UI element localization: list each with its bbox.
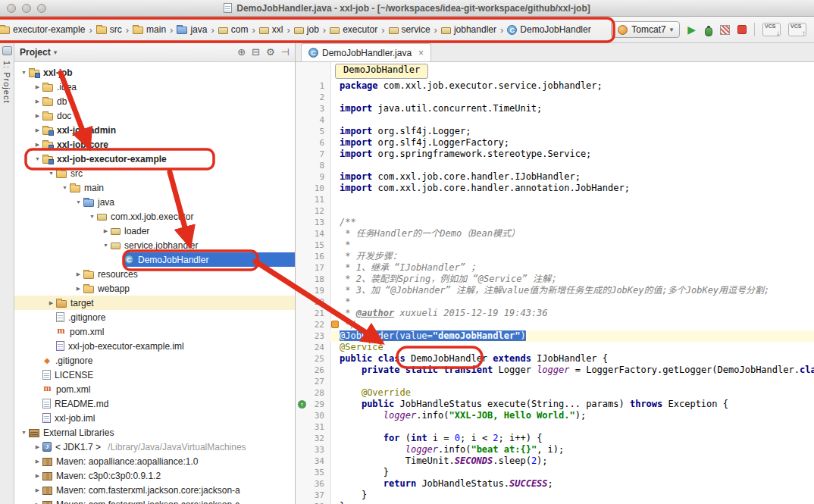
line-number[interactable]: 11: [296, 194, 330, 205]
breadcrumb-item-java[interactable]: java: [174, 23, 209, 36]
line-number[interactable]: 30: [296, 410, 330, 421]
tree-row-loader[interactable]: ▶loader: [14, 224, 295, 238]
chevron-right-icon[interactable]: ▶: [33, 127, 42, 133]
tree-row-maven-com-fasterxml-jackson-core-jackson-c[interactable]: ▶Maven: com.fasterxml.jackson.core:jacks…: [14, 497, 295, 504]
code-text[interactable]: import org.slf4j.LoggerFactory;: [330, 137, 814, 149]
zoom-button[interactable]: [37, 4, 46, 13]
vcs-commit-button[interactable]: VCS ↑: [788, 23, 806, 36]
line-number[interactable]: 31: [296, 421, 330, 433]
code-text[interactable]: [330, 376, 814, 387]
line-number[interactable]: 16: [296, 251, 330, 262]
run-config-selector[interactable]: Tomcat7 ▾: [611, 21, 680, 38]
tree-row-webapp[interactable]: ▶webapp: [14, 281, 295, 296]
tree-row-doc[interactable]: ▶doc: [14, 108, 295, 123]
code-text[interactable]: * 开发步骤：: [330, 251, 814, 262]
code-text[interactable]: *: [330, 296, 814, 308]
stripe-label-project[interactable]: 1: Project: [2, 61, 11, 103]
debug-button[interactable]: [703, 24, 712, 36]
line-number[interactable]: 24: [296, 342, 330, 353]
line-number[interactable]: 17: [296, 262, 330, 274]
chevron-right-icon[interactable]: ▶: [101, 228, 111, 234]
code-text[interactable]: @JobHander(value="demoJobHandler"): [330, 330, 814, 342]
line-number[interactable]: 21: [296, 308, 330, 319]
line-number[interactable]: 23: [296, 330, 330, 342]
chevron-right-icon[interactable]: ▶: [46, 300, 56, 306]
run-with-coverage-button[interactable]: [720, 25, 730, 35]
tree-row-demojobhandler[interactable]: DemoJobHandler: [14, 252, 295, 267]
chevron-right-icon[interactable]: ▶: [33, 142, 42, 148]
tree-row-gitignore[interactable]: .gitignore: [14, 353, 295, 368]
breadcrumb-item-com[interactable]: com: [216, 23, 251, 36]
line-number[interactable]: 34: [296, 455, 330, 467]
run-button[interactable]: ▶: [687, 23, 696, 36]
tree-row-xxl-job-iml[interactable]: xxl-job.iml: [14, 411, 295, 425]
chevron-down-icon[interactable]: ▼: [74, 199, 83, 205]
chevron-right-icon[interactable]: ▶: [33, 444, 42, 450]
breadcrumb-item-jobhandler[interactable]: jobhandler: [439, 23, 499, 36]
code-text[interactable]: *: [330, 239, 814, 251]
code-text[interactable]: public JobHandleStatus execute(String...…: [330, 399, 814, 410]
tree-row-pom-xml[interactable]: pom.xml: [14, 382, 295, 396]
code-text[interactable]: }: [330, 501, 814, 504]
code-text[interactable]: [330, 194, 814, 205]
tree-row-readme-md[interactable]: README.md: [14, 396, 295, 411]
code-text[interactable]: import com.xxl.job.core.handler.IJobHand…: [330, 171, 814, 183]
line-number[interactable]: 8: [296, 160, 330, 171]
chevron-right-icon[interactable]: ▶: [33, 487, 42, 493]
code-text[interactable]: private static transient Logger logger =…: [330, 365, 814, 376]
chevron-down-icon[interactable]: ▼: [87, 214, 97, 219]
chevron-right-icon[interactable]: ▶: [33, 84, 42, 90]
code-text[interactable]: import com.xxl.job.core.handler.annotati…: [330, 183, 814, 194]
tree-row-pom-xml[interactable]: pom.xml: [14, 324, 295, 339]
locate-icon[interactable]: ⊕: [237, 47, 246, 58]
code-area[interactable]: 1package com.xxl.job.executor.service.jo…: [296, 80, 814, 504]
tree-row-db[interactable]: ▶db: [14, 94, 295, 108]
tree-row-xxl-job-executor-example-iml[interactable]: xxl-job-executor-example.iml: [14, 339, 295, 353]
panel-title[interactable]: Project: [20, 47, 51, 58]
chevron-right-icon[interactable]: ▶: [33, 99, 42, 105]
code-text[interactable]: * 3、加 “@JobHander” 注解，注解value值为新增任务生成的Jo…: [330, 285, 814, 296]
line-number[interactable]: 28: [296, 387, 330, 399]
code-text[interactable]: }: [330, 490, 814, 501]
line-number[interactable]: 10: [296, 183, 330, 194]
code-text[interactable]: import org.slf4j.Logger;: [330, 126, 814, 137]
tree-row-external-libraries[interactable]: ▼External Libraries: [14, 425, 295, 440]
line-number[interactable]: 14: [296, 228, 330, 239]
tab-demojobhandler-java[interactable]: DemoJobHandler.java ×: [301, 43, 431, 61]
code-text[interactable]: @Service: [330, 342, 814, 353]
breadcrumb-item-main[interactable]: main: [130, 23, 168, 36]
tree-row-src[interactable]: ▼src: [14, 166, 295, 180]
chevron-right-icon[interactable]: ▶: [33, 113, 42, 119]
vcs-update-button[interactable]: VCS ↓: [762, 23, 781, 36]
chevron-right-icon[interactable]: ▶: [33, 473, 42, 479]
line-number[interactable]: 37: [296, 490, 330, 501]
chevron-right-icon[interactable]: ▶: [33, 459, 42, 465]
stop-button[interactable]: [737, 25, 747, 34]
line-number[interactable]: 1: [296, 80, 330, 92]
tree-row-target[interactable]: ▶target: [14, 296, 295, 310]
code-text[interactable]: public class DemoJobHandler extends IJob…: [330, 353, 814, 365]
line-number[interactable]: 22: [296, 319, 330, 330]
breadcrumb-item-src[interactable]: src: [94, 23, 124, 36]
code-text[interactable]: /**: [330, 217, 814, 228]
code-text[interactable]: }: [330, 467, 814, 478]
chevron-right-icon[interactable]: ▶: [33, 502, 42, 504]
code-text[interactable]: package com.xxl.job.executor.service.job…: [330, 80, 814, 92]
code-text[interactable]: [330, 92, 814, 103]
tree-row-main[interactable]: ▼main: [14, 180, 295, 195]
line-number[interactable]: 20: [296, 296, 330, 308]
chevron-right-icon[interactable]: ▶: [74, 286, 83, 292]
line-number[interactable]: 35: [296, 467, 330, 478]
line-number[interactable]: 36: [296, 478, 330, 490]
collapse-all-icon[interactable]: ⊟: [252, 47, 260, 58]
line-number[interactable]: 32: [296, 433, 330, 444]
tree-row-license[interactable]: LICENSE: [14, 368, 295, 382]
line-number[interactable]: 12: [296, 205, 330, 217]
chevron-right-icon[interactable]: ▶: [74, 271, 83, 277]
chevron-down-icon[interactable]: ▼: [101, 243, 111, 248]
code-text[interactable]: logger.info("beat at:{}", i);: [330, 444, 814, 455]
line-number[interactable]: 7: [296, 149, 330, 160]
chevron-down-icon[interactable]: ▼: [19, 430, 29, 435]
line-number[interactable]: 25: [296, 353, 330, 365]
code-text[interactable]: * 任务Handler的一个Demo（Bean模式）: [330, 228, 814, 239]
